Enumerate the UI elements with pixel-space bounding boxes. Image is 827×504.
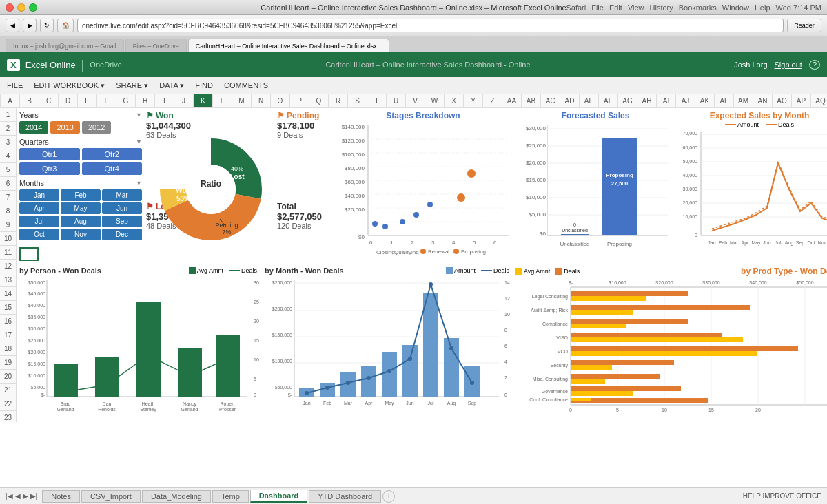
col-AD[interactable]: AD — [560, 94, 580, 108]
history-menu[interactable]: History — [650, 3, 673, 12]
month-jun-btn[interactable]: Jun — [102, 202, 142, 214]
col-N[interactable]: N — [252, 94, 271, 108]
month-may-btn[interactable]: May — [61, 202, 101, 214]
col-AF[interactable]: AF — [599, 94, 618, 108]
col-T[interactable]: T — [367, 94, 387, 108]
col-AI[interactable]: AI — [657, 94, 676, 108]
col-J[interactable]: J — [174, 94, 194, 108]
col-AQ[interactable]: AQ — [811, 94, 827, 108]
col-AG[interactable]: AG — [618, 94, 637, 108]
window-menu[interactable]: Window — [722, 3, 749, 12]
row-5[interactable]: 5 — [0, 163, 16, 177]
col-U[interactable]: U — [387, 94, 406, 108]
edit-workbook-ribbon[interactable]: EDIT WORKBOOK ▾ — [34, 81, 105, 90]
col-AE[interactable]: AE — [580, 94, 599, 108]
months-funnel-icon[interactable]: ▼ — [136, 180, 142, 187]
col-R[interactable]: R — [329, 94, 348, 108]
col-F[interactable]: F — [97, 94, 116, 108]
col-C[interactable]: C — [39, 94, 59, 108]
back-button[interactable]: ◀ — [6, 19, 19, 32]
row-11[interactable]: 11 — [0, 246, 16, 260]
edit-menu[interactable]: Edit — [609, 3, 622, 12]
row-7[interactable]: 7 — [0, 191, 16, 204]
col-H[interactable]: H — [136, 94, 155, 108]
col-AH[interactable]: AH — [637, 94, 657, 108]
qtr2-btn[interactable]: Qtr2 — [82, 148, 143, 160]
month-feb-btn[interactable]: Feb — [61, 189, 101, 201]
share-ribbon[interactable]: SHARE ▾ — [116, 81, 148, 90]
bookmarks-menu[interactable]: Bookmarks — [679, 3, 717, 12]
col-X[interactable]: X — [445, 94, 464, 108]
minimize-button[interactable] — [17, 3, 25, 12]
col-G[interactable]: G — [116, 94, 136, 108]
col-Y[interactable]: Y — [464, 94, 483, 108]
qtr1-btn[interactable]: Qtr1 — [19, 148, 80, 160]
row-17[interactable]: 17 — [0, 328, 16, 342]
row-19[interactable]: 19 — [0, 356, 16, 370]
browser-tab-excel[interactable]: CarltonHHeart – Online Interactive Sales… — [188, 39, 390, 52]
col-AC[interactable]: AC — [541, 94, 560, 108]
month-nov-btn[interactable]: Nov — [61, 229, 101, 240]
year-2013-btn[interactable]: 2013 — [50, 121, 79, 134]
row-13[interactable]: 13 — [0, 273, 16, 287]
col-A[interactable]: A — [1, 94, 20, 108]
browser-tab-onedrive[interactable]: Files – OneDrive — [125, 39, 187, 52]
month-sep-btn[interactable]: Sep — [102, 216, 142, 227]
help-menu[interactable]: Help — [755, 3, 770, 12]
col-E[interactable]: E — [78, 94, 97, 108]
close-button[interactable] — [6, 3, 14, 12]
col-AO[interactable]: AO — [773, 94, 792, 108]
row-8[interactable]: 8 — [0, 204, 16, 218]
month-aug-btn[interactable]: Aug — [61, 216, 101, 227]
row-14[interactable]: 14 — [0, 287, 16, 301]
quarters-funnel-icon[interactable]: ▼ — [136, 138, 142, 145]
col-M[interactable]: M — [232, 94, 252, 108]
view-menu[interactable]: View — [628, 3, 644, 12]
col-Q[interactable]: Q — [309, 94, 329, 108]
row-4[interactable]: 4 — [0, 149, 16, 163]
col-V[interactable]: V — [406, 94, 425, 108]
col-AP[interactable]: AP — [792, 94, 811, 108]
month-jul-btn[interactable]: Jul — [19, 216, 59, 227]
col-AL[interactable]: AL — [715, 94, 734, 108]
qtr3-btn[interactable]: Qtr3 — [19, 162, 80, 175]
col-I[interactable]: I — [155, 94, 174, 108]
mac-window-controls[interactable] — [6, 3, 37, 12]
month-apr-btn[interactable]: Apr — [19, 202, 59, 214]
year-2012-btn[interactable]: 2012 — [82, 121, 111, 134]
col-L[interactable]: L — [213, 94, 232, 108]
file-menu[interactable]: File — [591, 3, 604, 12]
onedrive-label[interactable]: OneDrive — [90, 61, 121, 69]
comments-ribbon[interactable]: COMMENTS — [224, 81, 268, 90]
col-Z[interactable]: Z — [483, 94, 502, 108]
row-2[interactable]: 2 — [0, 122, 16, 136]
row-3[interactable]: 3 — [0, 136, 16, 149]
selected-cell-indicator[interactable] — [19, 247, 39, 261]
col-AN[interactable]: AN — [753, 94, 773, 108]
row-20[interactable]: 20 — [0, 370, 16, 384]
browser-tab-gmail[interactable]: Inbox – josh.lorg@gmail.com – Gmail — [6, 39, 124, 52]
year-2014-btn[interactable]: 2014 — [19, 121, 48, 134]
years-funnel-icon[interactable]: ▼ — [136, 112, 142, 118]
col-K[interactable]: K — [194, 94, 213, 108]
help-button[interactable]: ? — [809, 60, 820, 70]
col-O[interactable]: O — [271, 94, 290, 108]
data-ribbon[interactable]: DATA ▾ — [159, 81, 184, 90]
col-AK[interactable]: AK — [695, 94, 715, 108]
row-9[interactable]: 9 — [0, 218, 16, 232]
month-jan-btn[interactable]: Jan — [19, 189, 59, 201]
sign-out-button[interactable]: Sign out — [775, 61, 802, 69]
file-ribbon[interactable]: FILE — [7, 81, 23, 90]
col-W[interactable]: W — [425, 94, 445, 108]
reader-button[interactable]: Reader — [787, 19, 821, 32]
row-16[interactable]: 16 — [0, 315, 16, 328]
row-22[interactable]: 22 — [0, 397, 16, 411]
row-21[interactable]: 21 — [0, 384, 16, 397]
month-dec-btn[interactable]: Dec — [102, 229, 142, 240]
row-6[interactable]: 6 — [0, 177, 16, 191]
find-ribbon[interactable]: FIND — [195, 81, 213, 90]
refresh-button[interactable]: ↻ — [40, 19, 54, 32]
col-B[interactable]: B — [20, 94, 39, 108]
row-15[interactable]: 15 — [0, 301, 16, 315]
col-AJ[interactable]: AJ — [676, 94, 695, 108]
